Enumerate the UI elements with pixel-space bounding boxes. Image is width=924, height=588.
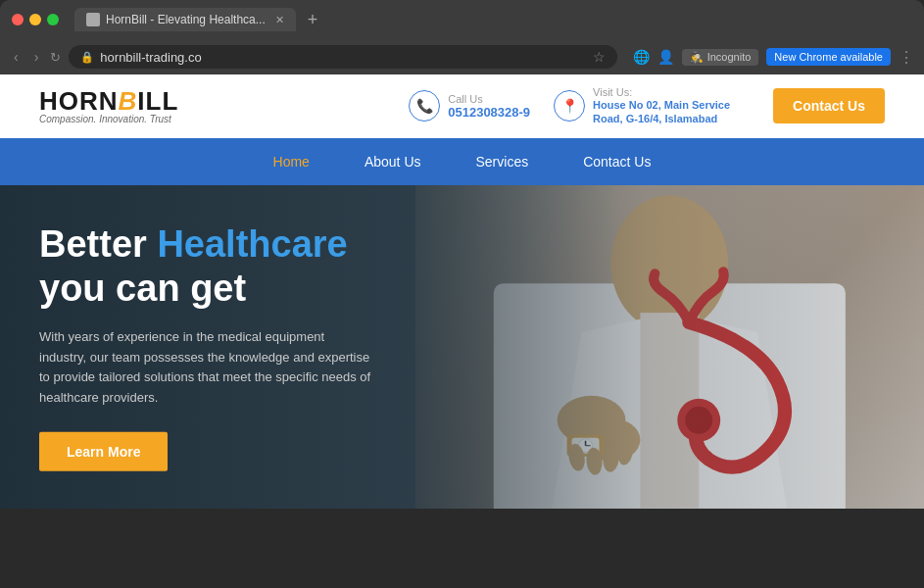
address-bar[interactable]: 🔒 hornbill-trading.co ☆ (69, 45, 616, 69)
incognito-label: Incognito (707, 51, 752, 63)
browser-tab[interactable]: HornBill - Elevating Healthca... ✕ (74, 8, 296, 31)
site-logo: HORNBILL (39, 88, 178, 114)
forward-button[interactable]: › (30, 47, 43, 67)
nav-home[interactable]: Home (246, 138, 337, 185)
refresh-button[interactable]: ↻ (50, 50, 61, 65)
contact-us-header-button[interactable]: Contact Us (773, 88, 885, 123)
back-button[interactable]: ‹ (10, 47, 23, 67)
maximize-window-button[interactable] (47, 14, 59, 25)
header-contact: 📞 Call Us 0512308328-9 📍 Visit Us: House… (409, 86, 885, 126)
incognito-badge: 🕵 Incognito (682, 49, 759, 66)
browser-window: HornBill - Elevating Healthca... ✕ + ‹ ›… (0, 0, 924, 74)
url-text: hornbill-trading.co (100, 50, 201, 65)
hero-title-highlight: Healthcare (157, 222, 347, 264)
hero-section: Better Healthcare you can get With years… (0, 185, 924, 509)
phone-icon: 📞 (409, 90, 440, 122)
tab-title: HornBill - Elevating Healthca... (106, 13, 266, 26)
address-bar-row: ‹ › ↻ 🔒 hornbill-trading.co ☆ 🌐 👤 🕵 Inco… (0, 39, 924, 74)
bookmark-icon[interactable]: ☆ (593, 49, 606, 65)
site-nav: Home About Us Services Contact Us (0, 138, 924, 185)
address-text: House No 02, Main Service Road, G-16/4, … (593, 98, 750, 126)
extensions-icon[interactable]: 🌐 (633, 49, 650, 65)
tab-favicon-icon (86, 13, 100, 26)
more-options-icon[interactable]: ⋮ (899, 48, 914, 67)
location-icon: 📍 (554, 90, 585, 122)
hero-content: Better Healthcare you can get With years… (39, 221, 372, 470)
learn-more-button[interactable]: Learn More (39, 432, 168, 471)
title-bar: HornBill - Elevating Healthca... ✕ + (0, 0, 924, 39)
logo-tagline: Compassion. Innovation. Trust (39, 114, 178, 124)
logo-horn: HORN (39, 86, 119, 116)
address-info: Visit Us: House No 02, Main Service Road… (593, 86, 750, 126)
address-contact-item: 📍 Visit Us: House No 02, Main Service Ro… (554, 86, 750, 126)
logo-ill: ILL (137, 86, 178, 116)
website-content: HORNBILL Compassion. Innovation. Trust 📞… (0, 74, 924, 535)
close-window-button[interactable] (12, 14, 24, 25)
minimize-window-button[interactable] (29, 14, 41, 25)
security-lock-icon: 🔒 (80, 51, 94, 64)
phone-contact-item: 📞 Call Us 0512308328-9 (409, 90, 530, 122)
nav-about[interactable]: About Us (337, 138, 449, 185)
new-chrome-button[interactable]: New Chrome available (766, 48, 891, 66)
call-label: Call Us (448, 93, 530, 105)
nav-links: Home About Us Services Contact Us (246, 138, 679, 185)
hero-title-part2: you can get (39, 268, 246, 309)
visit-label: Visit Us: (593, 86, 750, 98)
nav-services[interactable]: Services (449, 138, 557, 185)
phone-number: 0512308328-9 (448, 105, 530, 120)
phone-info: Call Us 0512308328-9 (448, 93, 530, 120)
hero-title: Better Healthcare you can get (39, 221, 372, 311)
hero-title-part1: Better (39, 222, 157, 264)
nav-contact[interactable]: Contact Us (556, 138, 678, 185)
hero-description: With years of experience in the medical … (39, 327, 372, 409)
profile-icon[interactable]: 👤 (657, 49, 674, 65)
site-header: HORNBILL Compassion. Innovation. Trust 📞… (0, 74, 924, 138)
browser-actions: 🌐 👤 🕵 Incognito New Chrome available ⋮ (633, 48, 914, 67)
incognito-icon: 🕵 (690, 51, 704, 64)
new-tab-button[interactable]: + (308, 11, 318, 28)
logo-bill: B (119, 86, 138, 116)
tab-close-icon[interactable]: ✕ (275, 14, 284, 26)
traffic-lights (12, 14, 59, 25)
logo-area: HORNBILL Compassion. Innovation. Trust (39, 88, 178, 124)
